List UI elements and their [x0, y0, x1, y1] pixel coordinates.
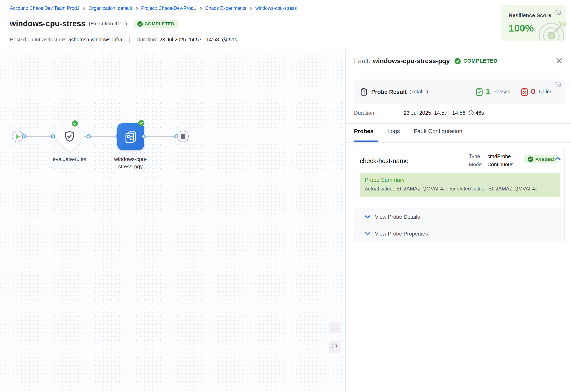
pipeline-canvas[interactable]: evaluate-rules windows-cpu-stress-pqy	[0, 49, 346, 392]
clipboard-x-icon	[521, 88, 528, 96]
experiment-meta: Hosted on Infrastructure: ashutosh-windo…	[10, 36, 237, 43]
info-icon[interactable]	[556, 82, 561, 87]
connector-port[interactable]	[141, 134, 146, 139]
chevron-right-icon	[82, 6, 86, 10]
probe-status-badge: PASSED	[524, 155, 558, 163]
vertical-divider	[129, 36, 130, 43]
close-icon[interactable]	[556, 57, 562, 64]
divider	[346, 142, 571, 142]
windows-cpu-stress-fault-node[interactable]	[117, 123, 144, 150]
probe-result-total: (Total 1)	[410, 89, 428, 95]
clipboard-check-icon	[476, 88, 483, 96]
check-circle-icon	[454, 58, 460, 64]
view-probe-properties-label: View Probe Properties	[375, 230, 428, 237]
fault-details-panel: Fault: windows-cpu-stress-pqy COMPLETED …	[346, 49, 571, 392]
panel-tabs: Probes Logs Fault Configuration	[354, 128, 462, 140]
resilience-score-value: 100%	[509, 23, 534, 34]
probe-summary-title: Probe Summary	[365, 177, 555, 183]
duration-label: Duration:	[136, 37, 157, 42]
chevron-right-icon	[249, 6, 253, 10]
stop-icon	[181, 134, 185, 139]
pipeline-end-node[interactable]	[177, 131, 189, 142]
probe-mode-label: Mode	[469, 161, 482, 169]
probe-result-summary-card: Probe Result (Total 1) 1 Passed 0 Failed	[354, 80, 565, 104]
passed-count-group: 1 Passed	[476, 87, 511, 96]
target-illustration-icon	[537, 16, 566, 41]
probe-expand-links: View Probe Details View Probe Properties	[354, 208, 564, 241]
connector-port[interactable]	[87, 134, 91, 139]
chevron-down-icon	[365, 232, 370, 235]
duration-seconds: 46s	[475, 110, 484, 116]
resilience-score-label: Resilience Score	[509, 12, 551, 18]
fault-duration-row: Duration: 23 Jul 2025, 14:57 - 14:58 46s	[354, 110, 565, 116]
chevron-down-icon	[365, 215, 370, 219]
selection-mode-button[interactable]	[329, 341, 341, 353]
app-window: Account: Chaos Dev Team Prod1 Organizati…	[0, 0, 571, 392]
breadcrumb-account[interactable]: Account: Chaos Dev Team Prod1	[10, 6, 80, 11]
duration-seconds: 51s	[229, 37, 237, 42]
page-header: Account: Chaos Dev Team Prod1 Organizati…	[0, 0, 571, 49]
fault-status: COMPLETED	[463, 58, 497, 64]
view-probe-properties-toggle[interactable]: View Probe Properties	[354, 226, 564, 241]
probe-type-label: Type	[469, 152, 482, 161]
tab-fault-configuration[interactable]: Fault Configuration	[414, 128, 463, 140]
fault-label: Fault:	[354, 57, 370, 65]
infra-label: Hosted on Infrastructure:	[10, 37, 66, 42]
node-label-evaluate-rules: evaluate-rules	[45, 156, 94, 163]
chevron-up-icon[interactable]	[555, 156, 561, 161]
info-icon[interactable]	[556, 9, 561, 15]
check-circle-icon	[528, 156, 533, 162]
clock-icon	[222, 37, 227, 42]
passed-count: 1	[486, 87, 490, 96]
active-tab-indicator	[354, 140, 378, 142]
tab-logs[interactable]: Logs	[388, 128, 400, 140]
duration-value: 23 Jul 2025, 14:57 - 14:58	[159, 37, 219, 42]
divider	[346, 123, 571, 124]
probe-card-header[interactable]: check-host-name Type cmdProbe Mode Conti…	[354, 149, 564, 173]
page-title: windows-cpu-stress	[10, 19, 86, 28]
fullscreen-icon	[331, 324, 338, 331]
clock-icon	[468, 110, 474, 115]
failed-count-group: 0 Failed	[521, 87, 553, 96]
breadcrumb-project[interactable]: Project: Chaos-Dev-Prod1	[141, 6, 196, 11]
breadcrumb: Account: Chaos Dev Team Prod1 Organizati…	[10, 6, 297, 11]
passed-label: Passed	[493, 89, 510, 95]
failed-label: Failed	[539, 89, 553, 95]
chaos-fault-icon	[124, 130, 138, 144]
chevron-right-icon	[135, 6, 138, 10]
failed-count: 0	[531, 87, 535, 96]
view-probe-details-label: View Probe Details	[375, 214, 420, 220]
probe-status-label: PASSED	[535, 157, 555, 162]
fault-header: Fault: windows-cpu-stress-pqy COMPLETED	[354, 57, 497, 65]
fault-name: windows-cpu-stress-pqy	[373, 57, 450, 65]
shield-check-icon	[64, 131, 75, 142]
title-row: windows-cpu-stress (Execution ID: 1) COM…	[10, 19, 178, 28]
resilience-score-card: Resilience Score 100%	[501, 5, 566, 41]
probe-mode-value: Continuous	[488, 161, 513, 169]
execution-id: (Execution ID: 1)	[89, 21, 127, 27]
duration-value: 23 Jul 2025, 14:57 - 14:58	[404, 110, 466, 116]
clipboard-icon	[361, 88, 367, 96]
success-check-badge	[138, 120, 144, 126]
probe-result-title: Probe Result	[371, 88, 407, 95]
connector-port[interactable]	[22, 134, 26, 139]
success-check-badge	[72, 120, 78, 126]
breadcrumb-chaos-experiments[interactable]: Chaos Experiments	[205, 6, 246, 11]
tab-probes[interactable]: Probes	[354, 128, 374, 140]
probe-type-mode: Type cmdProbe Mode Continuous	[469, 152, 513, 169]
status-badge: COMPLETED	[134, 19, 178, 28]
probe-name: check-host-name	[360, 157, 408, 165]
connector-port[interactable]	[51, 134, 55, 139]
duration-label: Duration:	[354, 110, 376, 116]
view-probe-details-toggle[interactable]: View Probe Details	[354, 209, 564, 224]
play-icon	[15, 134, 20, 139]
fullscreen-button[interactable]	[329, 322, 341, 334]
chevron-right-icon	[199, 6, 202, 10]
node-label-fault: windows-cpu-stress-pqy	[111, 156, 150, 170]
probe-summary-text: Actual value: 'EC2AMAZ-QMVAF4J'. Expecte…	[365, 186, 555, 192]
pipeline-connector-line	[18, 136, 183, 137]
check-circle-icon	[137, 21, 143, 27]
breadcrumb-current[interactable]: windows-cpu-stress	[255, 6, 297, 11]
probe-type-value: cmdProbe	[488, 152, 513, 161]
breadcrumb-organization[interactable]: Organization: default	[89, 6, 132, 11]
